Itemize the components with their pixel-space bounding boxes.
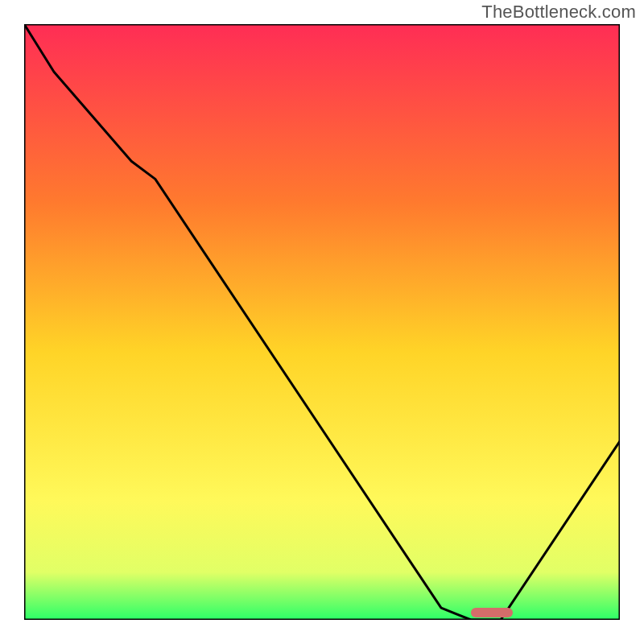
bottleneck-chart <box>24 24 620 620</box>
optimal-range-marker <box>471 608 513 617</box>
gradient-background <box>24 24 620 620</box>
watermark-text: TheBottleneck.com <box>481 2 636 23</box>
